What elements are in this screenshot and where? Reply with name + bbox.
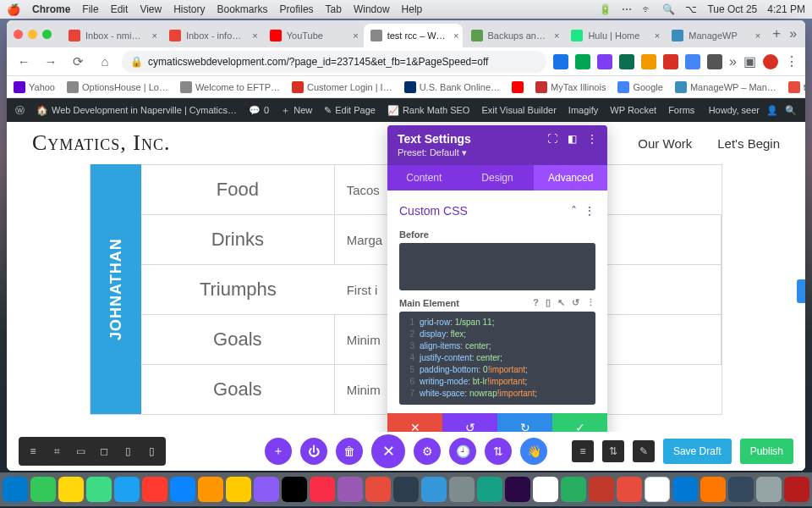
- notes-icon[interactable]: [226, 477, 251, 502]
- save-draft-button[interactable]: Save Draft: [663, 439, 732, 464]
- wp-search-icon[interactable]: 🔍: [785, 105, 797, 116]
- ext-icon[interactable]: [619, 54, 634, 69]
- more-icon[interactable]: ⋮: [586, 297, 595, 308]
- word-icon[interactable]: [645, 477, 670, 502]
- vscode-icon[interactable]: [3, 477, 28, 502]
- app-icon[interactable]: [617, 477, 642, 502]
- tab-design[interactable]: Design: [461, 165, 535, 190]
- zoom-window[interactable]: [42, 30, 52, 39]
- app-icon[interactable]: [756, 477, 782, 502]
- ext-icon[interactable]: [685, 54, 700, 69]
- tab-youtube[interactable]: YouTube×: [263, 24, 362, 47]
- row-label[interactable]: Drinks: [141, 214, 335, 264]
- news-icon[interactable]: [365, 477, 391, 502]
- bookmark-optionshouse[interactable]: OptionsHouse | Lo…: [67, 81, 168, 93]
- code-main[interactable]: 1grid-row: 1/span 11;2display: flex;3ali…: [399, 312, 595, 405]
- bookmark-eftp[interactable]: Welcome to EFTP…: [180, 81, 280, 93]
- new-tab-button[interactable]: +: [765, 23, 787, 45]
- wp-site-link[interactable]: 🏠 Web Development in Naperville | Cymati…: [36, 105, 237, 116]
- menu-profiles[interactable]: Profiles: [280, 3, 314, 15]
- firefox-icon[interactable]: [700, 477, 726, 502]
- nav-lets-begin[interactable]: Let's Begin: [717, 136, 780, 151]
- forward-button[interactable]: →: [41, 52, 61, 72]
- app-icon[interactable]: [561, 477, 586, 502]
- power-button[interactable]: ⏻: [300, 438, 327, 465]
- close-tab-icon[interactable]: ×: [353, 30, 358, 41]
- wp-comments[interactable]: 💬 0: [249, 105, 269, 116]
- ext-icon[interactable]: [641, 54, 656, 69]
- site-logo[interactable]: Cymatics, Inc.: [32, 130, 171, 156]
- tab-inbox-2[interactable]: Inbox - info@cym×: [162, 24, 261, 47]
- menu-help[interactable]: Help: [402, 3, 423, 15]
- expand-icon[interactable]: ⛶: [547, 133, 557, 145]
- edge-icon[interactable]: [672, 477, 698, 502]
- phone-view-button[interactable]: ▯: [117, 440, 139, 462]
- wireframe-view-button[interactable]: ≡: [22, 440, 44, 462]
- ext-icon[interactable]: [575, 54, 590, 69]
- tab-test-rcc[interactable]: test rcc – Web De×: [364, 24, 463, 47]
- menu-window[interactable]: Window: [354, 3, 390, 15]
- row-label[interactable]: Food: [141, 164, 335, 214]
- podcasts-icon[interactable]: [337, 477, 363, 502]
- table-vheader[interactable]: JOHNATHAN: [91, 164, 141, 414]
- chrome-icon[interactable]: [533, 477, 558, 502]
- close-tab-icon[interactable]: ×: [151, 30, 156, 41]
- search-icon[interactable]: 🔍: [662, 3, 675, 15]
- ext-icon[interactable]: [663, 54, 678, 69]
- wp-new[interactable]: ＋ New: [281, 104, 312, 117]
- wp-forms[interactable]: Forms: [668, 105, 694, 115]
- publish-button[interactable]: Publish: [740, 439, 793, 464]
- app-icon[interactable]: [393, 477, 419, 502]
- row-label[interactable]: Goals: [141, 364, 335, 414]
- app-icon[interactable]: [254, 477, 279, 502]
- bookmark-managewp[interactable]: ManageWP – Man…: [675, 81, 776, 93]
- ext-icon[interactable]: [553, 54, 568, 69]
- close-builder-button[interactable]: ✕: [371, 434, 405, 468]
- accordion-customcss[interactable]: Custom CSS ˄⋮: [399, 199, 595, 223]
- tablet-view-button[interactable]: ◻: [93, 440, 115, 462]
- panel-header[interactable]: Text Settings ⛶ ◧ ⋮ Preset: Default ▾: [387, 125, 607, 165]
- snap-icon[interactable]: ◧: [568, 133, 577, 145]
- wp-exit-vb[interactable]: Exit Visual Builder: [481, 105, 556, 115]
- control-center-icon[interactable]: ⌥: [685, 3, 697, 15]
- wp-edit-page[interactable]: ✎ Edit Page: [324, 105, 376, 116]
- chrome-menu-icon[interactable]: ⋮: [785, 53, 798, 69]
- menu-bookmarks[interactable]: Bookmarks: [217, 3, 268, 15]
- side-tab[interactable]: [797, 279, 805, 303]
- phone-icon[interactable]: ▯: [546, 297, 551, 308]
- app-icon[interactable]: [114, 477, 140, 502]
- close-tab-icon[interactable]: ×: [252, 30, 257, 41]
- close-window[interactable]: [14, 30, 23, 39]
- wp-avatar-icon[interactable]: 👤: [766, 105, 778, 116]
- wp-logo-icon[interactable]: ⓦ: [15, 104, 25, 117]
- appletv-icon[interactable]: [282, 477, 307, 502]
- row-label[interactable]: Triumphs: [141, 264, 335, 314]
- tab-advanced[interactable]: Advanced: [534, 165, 607, 190]
- menu-edit[interactable]: Edit: [111, 3, 129, 15]
- bookmark-customer[interactable]: Customer Login | I…: [292, 81, 392, 93]
- extensions-menu-icon[interactable]: »: [729, 54, 737, 69]
- divi-settings-panel[interactable]: Text Settings ⛶ ◧ ⋮ Preset: Default ▾ Co…: [387, 125, 607, 442]
- filezilla-icon[interactable]: [589, 477, 614, 502]
- bookmark-yahoo[interactable]: Yahoo: [14, 81, 55, 93]
- add-button[interactable]: ＋: [265, 438, 292, 465]
- calendar-icon[interactable]: [142, 477, 167, 502]
- menubar-time[interactable]: 4:21 PM: [767, 3, 805, 15]
- profile-avatar[interactable]: [763, 54, 778, 69]
- tab-managewp[interactable]: ManageWP×: [665, 24, 764, 47]
- bookmark-mytax[interactable]: MyTax Illinois: [535, 81, 606, 93]
- edit-button[interactable]: ✎: [633, 440, 655, 462]
- more-icon[interactable]: ⋮: [587, 133, 597, 145]
- settings-icon[interactable]: [449, 477, 475, 502]
- zoom-button[interactable]: ⌗: [46, 440, 68, 462]
- hover-icon[interactable]: ↖: [557, 297, 565, 308]
- menu-view[interactable]: View: [140, 3, 162, 15]
- close-tab-icon[interactable]: ×: [755, 30, 760, 41]
- terminal-icon[interactable]: [728, 477, 754, 502]
- menu-tab[interactable]: Tab: [326, 3, 342, 15]
- ext-icon[interactable]: [707, 54, 722, 69]
- help-icon[interactable]: ?: [533, 297, 539, 308]
- preset-dropdown[interactable]: Preset: Default ▾: [398, 147, 597, 158]
- swap-button[interactable]: ⇅: [485, 438, 512, 465]
- menu-history[interactable]: History: [173, 3, 205, 15]
